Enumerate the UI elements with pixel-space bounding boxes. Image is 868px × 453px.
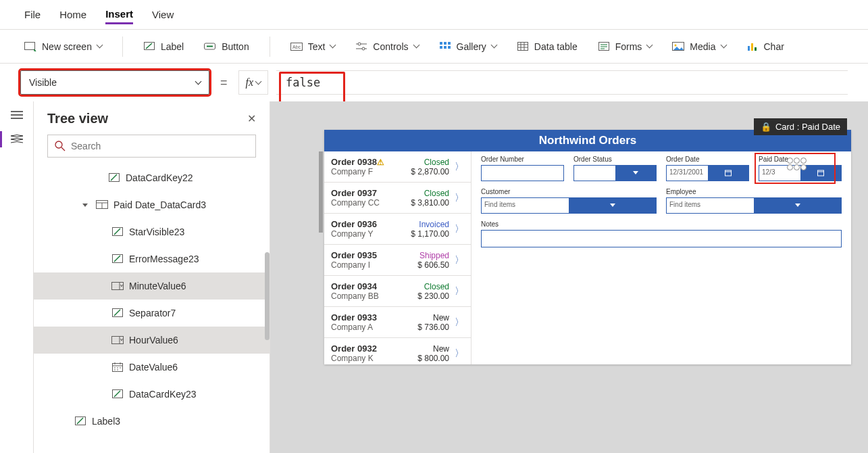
chevron-right-icon: 〉	[449, 254, 464, 266]
left-rail	[0, 101, 34, 453]
paid-date-field: Paid Date 12/3	[759, 156, 842, 181]
search-field[interactable]	[71, 141, 249, 151]
order-item[interactable]: Order 0935Company IShipped$ 606.50〉	[324, 245, 471, 276]
order-number-input[interactable]	[481, 165, 564, 181]
chevron-right-icon: 〉	[449, 192, 464, 204]
app-preview: 🔒 Card : Paid Date Northwind Orders Orde…	[324, 130, 851, 364]
chevron-right-icon: 〉	[449, 161, 464, 173]
scrollbar-thumb[interactable]	[319, 151, 323, 233]
svg-rect-11	[444, 42, 446, 45]
order-status: Closed	[402, 158, 449, 167]
order-status: New	[402, 344, 449, 354]
chevron-right-icon: 〉	[449, 223, 464, 235]
button-icon	[204, 41, 216, 52]
close-icon[interactable]: ✕	[247, 112, 256, 125]
menu-view[interactable]: View	[152, 6, 174, 23]
controls-button[interactable]: Controls	[355, 41, 418, 52]
order-item[interactable]: Order 0937Company CCClosed$ 3,810.00〉	[324, 183, 471, 214]
svg-rect-10	[440, 42, 442, 45]
edit-icon	[108, 172, 120, 183]
tree-node[interactable]: Separator7	[34, 300, 270, 327]
employee-dropdown[interactable]: Find items	[666, 197, 842, 214]
order-item[interactable]: Order 0932Company KNew$ 800.00〉	[324, 338, 471, 364]
canvas[interactable]: 🔒 Card : Paid Date Northwind Orders Orde…	[270, 101, 868, 453]
order-status-field: Order Status	[573, 156, 657, 181]
tree-node[interactable]: DataCardKey22	[34, 164, 270, 191]
menu-home[interactable]: Home	[59, 6, 86, 23]
order-status-dropdown[interactable]	[573, 165, 657, 181]
tree-node[interactable]: Label3	[34, 408, 270, 435]
tree-node-label: Label3	[92, 416, 120, 427]
scrollbar-thumb[interactable]	[265, 252, 270, 340]
svg-point-7	[358, 43, 361, 45]
order-gallery[interactable]: Order 0938⚠Company FClosed$ 2,870.00〉Ord…	[324, 151, 471, 364]
forms-button[interactable]: Forms	[598, 41, 653, 52]
employee-field: Employee Find items	[666, 188, 842, 214]
customer-field: Customer Find items	[481, 188, 657, 214]
tree-node[interactable]: HourValue6	[34, 327, 270, 354]
customer-dropdown[interactable]: Find items	[481, 197, 657, 214]
svg-rect-28	[751, 43, 753, 51]
menu-insert[interactable]: Insert	[105, 5, 133, 24]
order-item[interactable]: Order 0933Company ANew$ 736.00〉	[324, 307, 471, 338]
order-item[interactable]: Order 0934Company BBClosed$ 230.00〉	[324, 276, 471, 307]
order-company: Company CC	[331, 198, 402, 208]
edit-icon	[111, 389, 124, 400]
formula-value: false	[286, 76, 320, 89]
gallery-button[interactable]: Gallery	[439, 41, 496, 52]
order-item[interactable]: Order 0938⚠Company FClosed$ 2,870.00〉	[324, 151, 471, 183]
order-id: Order 0934	[331, 281, 402, 291]
button-button[interactable]: Button	[204, 41, 249, 52]
property-dropdown[interactable]: Visible	[20, 70, 209, 95]
chevron-down-icon	[255, 78, 262, 85]
order-date-picker[interactable]: 12/31/2001	[666, 165, 749, 181]
notes-input[interactable]	[481, 230, 842, 247]
tree-node[interactable]: ErrorMessage23	[34, 245, 270, 272]
chart-button[interactable]: Char	[746, 41, 784, 52]
chevron-right-icon: 〉	[449, 285, 464, 297]
date-value: 12/31/2001	[667, 166, 708, 181]
order-status: Shipped	[402, 251, 449, 260]
media-button[interactable]: Media	[672, 41, 725, 52]
order-price: $ 606.50	[402, 260, 449, 270]
date-value: 12/3	[759, 166, 800, 181]
search-input[interactable]	[47, 135, 256, 158]
selection-label: Card : Paid Date	[775, 122, 840, 132]
menu-file[interactable]: File	[24, 6, 41, 23]
new-screen-button[interactable]: New screen	[24, 41, 102, 52]
tree-node[interactable]: StarVisible23	[34, 218, 270, 245]
order-company: Company A	[331, 323, 402, 332]
edit-icon	[111, 226, 124, 237]
order-item[interactable]: Order 0936Company YInvoiced$ 1,170.00〉	[324, 214, 471, 245]
svg-point-52	[120, 367, 121, 368]
tree-node-label: HourValue6	[129, 335, 178, 345]
tree-node[interactable]: Paid Date_DataCard3	[34, 191, 270, 218]
text-button[interactable]: Abc Text	[290, 41, 336, 52]
dropdown-icon	[111, 281, 124, 291]
svg-point-9	[362, 47, 365, 50]
notes-field: Notes	[481, 220, 842, 247]
svg-point-26	[675, 44, 677, 46]
chevron-right-icon: 〉	[449, 316, 464, 329]
fx-button[interactable]: fx	[238, 70, 269, 95]
datatable-button[interactable]: Data table	[517, 41, 578, 52]
warning-icon: ⚠	[377, 158, 384, 167]
media-btn-text: Media	[690, 41, 715, 52]
formula-input[interactable]: false	[276, 70, 848, 95]
tree-node[interactable]: DateValue6	[34, 354, 270, 381]
order-company: Company F	[331, 167, 402, 176]
gallery-icon	[439, 41, 451, 52]
tree-list[interactable]: DataCardKey22Paid Date_DataCard3StarVisi…	[34, 164, 270, 453]
text-icon: Abc	[290, 41, 303, 52]
datatable-btn-text: Data table	[534, 41, 578, 52]
tree-node[interactable]: DataCardKey23	[34, 381, 270, 408]
tree-node-label: DataCardKey22	[126, 172, 193, 183]
tree-node[interactable]: MinuteValue6	[34, 272, 270, 300]
paid-date-picker[interactable]: 12/3	[759, 165, 842, 181]
label-button[interactable]: Label	[143, 41, 184, 52]
tree-view-rail-icon[interactable]	[9, 134, 24, 145]
svg-rect-15	[448, 46, 451, 49]
edit-icon	[74, 416, 86, 427]
hamburger-icon[interactable]	[9, 110, 24, 120]
placeholder-text: Find items	[667, 198, 754, 213]
